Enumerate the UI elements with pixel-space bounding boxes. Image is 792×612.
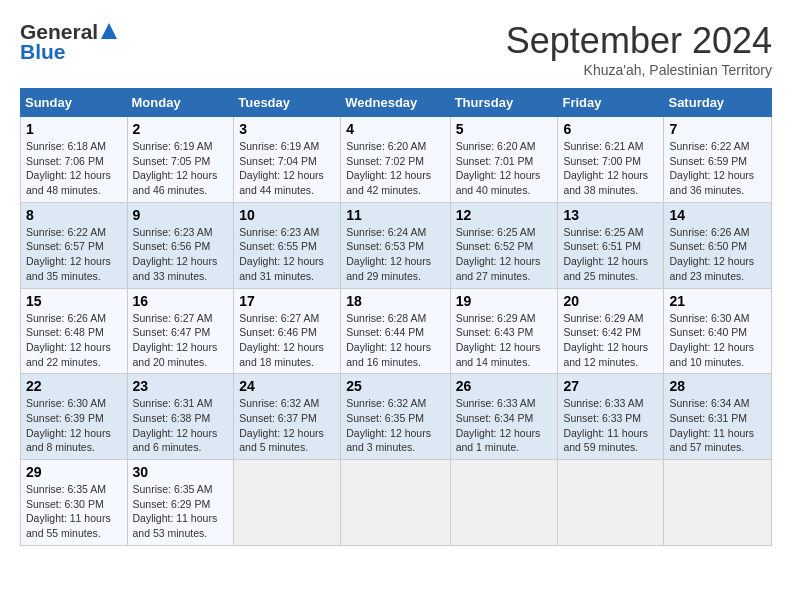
title-block: September 2024 Khuza'ah, Palestinian Ter… <box>506 20 772 78</box>
day-info: Sunrise: 6:33 AM Sunset: 6:33 PM Dayligh… <box>563 396 658 455</box>
calendar-week-2: 8Sunrise: 6:22 AM Sunset: 6:57 PM Daylig… <box>21 202 772 288</box>
calendar-cell: 7Sunrise: 6:22 AM Sunset: 6:59 PM Daylig… <box>664 117 772 203</box>
calendar-cell: 10Sunrise: 6:23 AM Sunset: 6:55 PM Dayli… <box>234 202 341 288</box>
calendar-cell: 5Sunrise: 6:20 AM Sunset: 7:01 PM Daylig… <box>450 117 558 203</box>
calendar-header-row: SundayMondayTuesdayWednesdayThursdayFrid… <box>21 89 772 117</box>
calendar-cell: 2Sunrise: 6:19 AM Sunset: 7:05 PM Daylig… <box>127 117 234 203</box>
day-header-tuesday: Tuesday <box>234 89 341 117</box>
day-number: 9 <box>133 207 229 223</box>
calendar-cell: 11Sunrise: 6:24 AM Sunset: 6:53 PM Dayli… <box>341 202 450 288</box>
day-info: Sunrise: 6:21 AM Sunset: 7:00 PM Dayligh… <box>563 139 658 198</box>
calendar-cell: 30Sunrise: 6:35 AM Sunset: 6:29 PM Dayli… <box>127 460 234 546</box>
day-info: Sunrise: 6:26 AM Sunset: 6:50 PM Dayligh… <box>669 225 766 284</box>
page-header: General Blue September 2024 Khuza'ah, Pa… <box>20 20 772 78</box>
day-number: 13 <box>563 207 658 223</box>
calendar-cell: 9Sunrise: 6:23 AM Sunset: 6:56 PM Daylig… <box>127 202 234 288</box>
day-number: 2 <box>133 121 229 137</box>
day-info: Sunrise: 6:33 AM Sunset: 6:34 PM Dayligh… <box>456 396 553 455</box>
day-info: Sunrise: 6:26 AM Sunset: 6:48 PM Dayligh… <box>26 311 122 370</box>
day-number: 28 <box>669 378 766 394</box>
calendar-table: SundayMondayTuesdayWednesdayThursdayFrid… <box>20 88 772 546</box>
day-info: Sunrise: 6:18 AM Sunset: 7:06 PM Dayligh… <box>26 139 122 198</box>
calendar-cell: 27Sunrise: 6:33 AM Sunset: 6:33 PM Dayli… <box>558 374 664 460</box>
calendar-week-3: 15Sunrise: 6:26 AM Sunset: 6:48 PM Dayli… <box>21 288 772 374</box>
day-info: Sunrise: 6:20 AM Sunset: 7:02 PM Dayligh… <box>346 139 444 198</box>
day-info: Sunrise: 6:19 AM Sunset: 7:05 PM Dayligh… <box>133 139 229 198</box>
day-number: 3 <box>239 121 335 137</box>
day-info: Sunrise: 6:20 AM Sunset: 7:01 PM Dayligh… <box>456 139 553 198</box>
day-number: 30 <box>133 464 229 480</box>
calendar-cell: 19Sunrise: 6:29 AM Sunset: 6:43 PM Dayli… <box>450 288 558 374</box>
calendar-cell: 17Sunrise: 6:27 AM Sunset: 6:46 PM Dayli… <box>234 288 341 374</box>
svg-marker-0 <box>101 23 117 39</box>
day-number: 25 <box>346 378 444 394</box>
day-number: 20 <box>563 293 658 309</box>
day-number: 15 <box>26 293 122 309</box>
calendar-cell <box>664 460 772 546</box>
calendar-week-5: 29Sunrise: 6:35 AM Sunset: 6:30 PM Dayli… <box>21 460 772 546</box>
day-header-thursday: Thursday <box>450 89 558 117</box>
day-number: 12 <box>456 207 553 223</box>
calendar-cell: 6Sunrise: 6:21 AM Sunset: 7:00 PM Daylig… <box>558 117 664 203</box>
logo-icon <box>99 21 119 41</box>
day-info: Sunrise: 6:23 AM Sunset: 6:55 PM Dayligh… <box>239 225 335 284</box>
day-info: Sunrise: 6:35 AM Sunset: 6:29 PM Dayligh… <box>133 482 229 541</box>
day-info: Sunrise: 6:35 AM Sunset: 6:30 PM Dayligh… <box>26 482 122 541</box>
calendar-cell <box>341 460 450 546</box>
calendar-cell: 15Sunrise: 6:26 AM Sunset: 6:48 PM Dayli… <box>21 288 128 374</box>
day-number: 17 <box>239 293 335 309</box>
day-info: Sunrise: 6:19 AM Sunset: 7:04 PM Dayligh… <box>239 139 335 198</box>
day-info: Sunrise: 6:28 AM Sunset: 6:44 PM Dayligh… <box>346 311 444 370</box>
day-number: 22 <box>26 378 122 394</box>
day-number: 21 <box>669 293 766 309</box>
calendar-cell: 20Sunrise: 6:29 AM Sunset: 6:42 PM Dayli… <box>558 288 664 374</box>
day-header-saturday: Saturday <box>664 89 772 117</box>
day-number: 26 <box>456 378 553 394</box>
calendar-cell: 13Sunrise: 6:25 AM Sunset: 6:51 PM Dayli… <box>558 202 664 288</box>
day-info: Sunrise: 6:29 AM Sunset: 6:43 PM Dayligh… <box>456 311 553 370</box>
month-title: September 2024 <box>506 20 772 62</box>
day-header-sunday: Sunday <box>21 89 128 117</box>
day-header-wednesday: Wednesday <box>341 89 450 117</box>
calendar-cell: 26Sunrise: 6:33 AM Sunset: 6:34 PM Dayli… <box>450 374 558 460</box>
day-info: Sunrise: 6:32 AM Sunset: 6:37 PM Dayligh… <box>239 396 335 455</box>
calendar-cell: 1Sunrise: 6:18 AM Sunset: 7:06 PM Daylig… <box>21 117 128 203</box>
calendar-cell <box>234 460 341 546</box>
calendar-cell: 25Sunrise: 6:32 AM Sunset: 6:35 PM Dayli… <box>341 374 450 460</box>
location-subtitle: Khuza'ah, Palestinian Territory <box>506 62 772 78</box>
logo-blue-text: Blue <box>20 40 66 64</box>
calendar-week-4: 22Sunrise: 6:30 AM Sunset: 6:39 PM Dayli… <box>21 374 772 460</box>
calendar-cell: 4Sunrise: 6:20 AM Sunset: 7:02 PM Daylig… <box>341 117 450 203</box>
day-number: 16 <box>133 293 229 309</box>
day-info: Sunrise: 6:25 AM Sunset: 6:52 PM Dayligh… <box>456 225 553 284</box>
day-header-friday: Friday <box>558 89 664 117</box>
day-info: Sunrise: 6:34 AM Sunset: 6:31 PM Dayligh… <box>669 396 766 455</box>
day-info: Sunrise: 6:29 AM Sunset: 6:42 PM Dayligh… <box>563 311 658 370</box>
day-number: 5 <box>456 121 553 137</box>
day-info: Sunrise: 6:32 AM Sunset: 6:35 PM Dayligh… <box>346 396 444 455</box>
calendar-cell: 24Sunrise: 6:32 AM Sunset: 6:37 PM Dayli… <box>234 374 341 460</box>
calendar-cell: 3Sunrise: 6:19 AM Sunset: 7:04 PM Daylig… <box>234 117 341 203</box>
calendar-cell: 29Sunrise: 6:35 AM Sunset: 6:30 PM Dayli… <box>21 460 128 546</box>
calendar-cell: 12Sunrise: 6:25 AM Sunset: 6:52 PM Dayli… <box>450 202 558 288</box>
calendar-cell: 14Sunrise: 6:26 AM Sunset: 6:50 PM Dayli… <box>664 202 772 288</box>
day-number: 4 <box>346 121 444 137</box>
day-info: Sunrise: 6:27 AM Sunset: 6:46 PM Dayligh… <box>239 311 335 370</box>
day-number: 8 <box>26 207 122 223</box>
calendar-cell: 21Sunrise: 6:30 AM Sunset: 6:40 PM Dayli… <box>664 288 772 374</box>
day-number: 6 <box>563 121 658 137</box>
day-number: 27 <box>563 378 658 394</box>
day-info: Sunrise: 6:25 AM Sunset: 6:51 PM Dayligh… <box>563 225 658 284</box>
day-number: 18 <box>346 293 444 309</box>
logo: General Blue <box>20 20 119 64</box>
day-info: Sunrise: 6:27 AM Sunset: 6:47 PM Dayligh… <box>133 311 229 370</box>
calendar-cell: 18Sunrise: 6:28 AM Sunset: 6:44 PM Dayli… <box>341 288 450 374</box>
day-number: 11 <box>346 207 444 223</box>
day-number: 24 <box>239 378 335 394</box>
day-info: Sunrise: 6:31 AM Sunset: 6:38 PM Dayligh… <box>133 396 229 455</box>
day-number: 7 <box>669 121 766 137</box>
calendar-cell <box>558 460 664 546</box>
calendar-cell: 28Sunrise: 6:34 AM Sunset: 6:31 PM Dayli… <box>664 374 772 460</box>
day-number: 14 <box>669 207 766 223</box>
day-info: Sunrise: 6:30 AM Sunset: 6:39 PM Dayligh… <box>26 396 122 455</box>
